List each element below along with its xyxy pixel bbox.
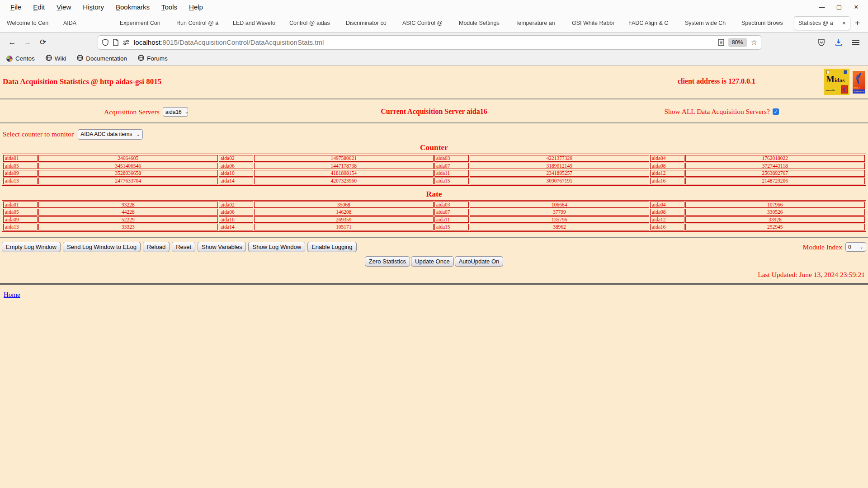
tab-welcome-to-cen[interactable]: Welcome to Cen (3, 16, 59, 30)
cell-value: 135796 (470, 216, 649, 223)
last-updated-text: Last Updated: June 13, 2024 23:59:21 (0, 271, 868, 279)
tab-module-settings[interactable]: Module Settings (455, 16, 511, 30)
show-log-window-button[interactable]: Show Log Window (248, 242, 305, 252)
cell-label: aida09 (3, 170, 38, 177)
globe-icon (138, 55, 144, 62)
cell-value: 37799 (470, 209, 649, 216)
url-bar[interactable]: localhost:8015/DataAcquisitionControl/Da… (98, 35, 761, 50)
tab-aida[interactable]: AIDA (59, 16, 116, 30)
cell-value: 2148729206 (685, 178, 865, 184)
logos: Midas powered by TCL! POWERED (824, 69, 865, 95)
update-once-button[interactable]: Update Once (411, 256, 454, 267)
menu-tools[interactable]: Tools (156, 2, 183, 12)
bookmark-label: Documentation (86, 55, 127, 62)
tab-title: Control @ aidas (289, 20, 338, 26)
module-index-select[interactable]: 0 ⌄ (845, 242, 866, 252)
centos-icon (6, 56, 13, 62)
tcl-powered-logo[interactable]: TCL! POWERED (853, 71, 865, 94)
tab-control-aidas[interactable]: Control @ aidas (285, 16, 342, 30)
tcl-powered-strip: POWERED (853, 89, 865, 94)
empty-log-window-button[interactable]: Empty Log Window (2, 242, 61, 252)
cell-value: 93228 (38, 202, 218, 208)
show-all-servers-label: Show ALL Data Acquisition Servers? (664, 108, 770, 116)
cell-label: aida14 (219, 178, 253, 184)
cell-value: 105171 (254, 224, 434, 230)
page-info-icon[interactable] (113, 39, 119, 46)
acquisition-server-select[interactable]: aida16 ⌄ (163, 107, 188, 117)
zoom-level-button[interactable]: 80% (728, 38, 747, 47)
tab-run-control-a[interactable]: Run Control @ a (172, 16, 229, 30)
tab-title: AIDA (63, 20, 112, 26)
pocket-icon[interactable] (817, 38, 826, 47)
bookmark-star-icon[interactable]: ☆ (751, 38, 757, 47)
cell-label: aida01 (3, 202, 38, 208)
cell-value: 3090767191 (470, 178, 649, 184)
tab-statistics-a[interactable]: Statistics @ a× (794, 16, 850, 30)
menu-history[interactable]: History (77, 2, 110, 12)
cell-value: 330526 (685, 209, 865, 216)
minimize-button[interactable]: — (816, 4, 827, 10)
cell-value: 52229 (38, 216, 218, 223)
menu-file[interactable]: File (5, 2, 27, 12)
bookmark-documentation[interactable]: Documentation (77, 55, 127, 62)
tab-asic-control[interactable]: ASIC Control @ (398, 16, 455, 30)
close-button[interactable]: ✕ (851, 4, 862, 10)
menu-edit[interactable]: Edit (27, 2, 51, 12)
cell-value: 146208 (254, 209, 434, 216)
bookmark-wiki[interactable]: Wiki (46, 55, 66, 62)
reload-button[interactable]: ⟳ (35, 38, 51, 47)
back-button[interactable]: ← (5, 38, 20, 47)
midas-crest-icon (826, 70, 830, 74)
cell-value: 33928 (685, 216, 865, 223)
permissions-icon[interactable] (123, 39, 130, 46)
show-all-servers-checkbox[interactable]: ✓ (773, 108, 779, 115)
new-tab-button[interactable]: + (850, 18, 864, 28)
cell-value: 252945 (685, 224, 865, 230)
maximize-button[interactable]: ▢ (834, 4, 844, 10)
midas-logo[interactable]: Midas powered by (824, 69, 849, 95)
midas-tcl-mini-icon (841, 85, 848, 94)
menu-view[interactable]: View (51, 2, 77, 12)
reload-button[interactable]: Reload (143, 242, 170, 252)
bookmark-centos[interactable]: Centos (6, 55, 35, 62)
forward-button[interactable]: → (20, 38, 35, 47)
cell-value: 1447178738 (254, 163, 434, 169)
globe-icon (46, 55, 52, 62)
bookmark-forums[interactable]: Forums (138, 55, 168, 62)
tab-bar: Welcome to CenAIDAExperiment ConRun Cont… (0, 14, 868, 33)
menu-bookmarks[interactable]: Bookmarks (110, 2, 156, 12)
url-text[interactable]: localhost:8015/DataAcquisitionControl/Da… (134, 38, 324, 46)
cell-value: 24664605 (38, 155, 218, 162)
current-server-text: Current Acquisition Server aida16 (381, 108, 487, 116)
tab-fadc-align-c[interactable]: FADC Align & C (624, 16, 681, 30)
autoupdate-on-button[interactable]: AutoUpdate On (455, 256, 504, 267)
tcl-feather-icon (854, 72, 863, 85)
window-controls: — ▢ ✕ (816, 4, 868, 10)
divider (0, 237, 868, 238)
tab-system-wide-ch[interactable]: System wide Ch (681, 16, 737, 30)
bookmarks-bar: CentosWikiDocumentationForums (0, 52, 868, 66)
reset-button[interactable]: Reset (172, 242, 195, 252)
tab-spectrum-brows[interactable]: Spectrum Brows (737, 16, 794, 30)
reader-mode-icon[interactable] (718, 39, 724, 46)
hamburger-menu-icon[interactable] (852, 39, 860, 46)
tab-temperature-an[interactable]: Temperature an (511, 16, 568, 30)
globe-icon (77, 55, 83, 62)
download-icon[interactable] (835, 38, 843, 47)
enable-logging-button[interactable]: Enable Logging (307, 242, 356, 252)
cell-label: aida06 (219, 163, 253, 169)
tab-close-icon[interactable]: × (842, 19, 846, 27)
zero-statistics-button[interactable]: Zero Statistics (365, 256, 410, 267)
show-variables-button[interactable]: Show Variables (198, 242, 246, 252)
tab-gsi-white-rabbi[interactable]: GSI White Rabbi (568, 16, 624, 30)
cell-label: aida11 (434, 170, 469, 177)
shield-icon[interactable] (102, 39, 109, 46)
home-link[interactable]: Home (4, 291, 20, 299)
counter-select[interactable]: AIDA ADC data items ⌄ (78, 129, 143, 140)
tab-discriminator-co[interactable]: Discriminator co (342, 16, 398, 30)
menu-help[interactable]: Help (183, 2, 209, 12)
tab-experiment-con[interactable]: Experiment Con (116, 16, 172, 30)
tab-led-and-wavefo[interactable]: LED and Wavefo (229, 16, 285, 30)
send-log-window-to-elog-button[interactable]: Send Log Window to ELog (63, 242, 141, 252)
divider (0, 122, 868, 123)
